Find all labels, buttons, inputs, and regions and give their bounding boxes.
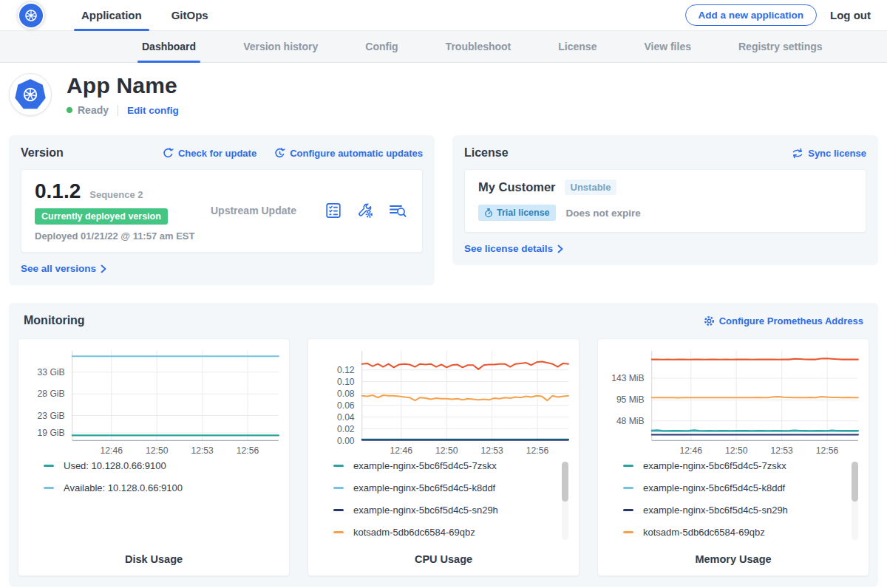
legend-label: Available: 10.128.0.66:9100 xyxy=(64,482,183,493)
topnav-tab-application[interactable]: Application xyxy=(78,0,145,30)
svg-text:12:56: 12:56 xyxy=(237,445,259,456)
version-number: 0.1.2 xyxy=(35,180,81,203)
tab-troubleshoot[interactable]: Troubleshoot xyxy=(441,31,516,62)
svg-text:12:46: 12:46 xyxy=(390,445,413,456)
add-new-application-button[interactable]: Add a new application xyxy=(685,4,818,26)
svg-text:12:46: 12:46 xyxy=(680,445,703,456)
cpu-usage-chart: 0.120.100.080.060.040.020.0012:4612:5012… xyxy=(314,345,573,457)
legend-color-dash xyxy=(623,509,633,511)
svg-text:0.08: 0.08 xyxy=(337,389,355,399)
legend-item: Available: 10.128.0.66:9100 xyxy=(44,482,262,493)
legend-scrollbar[interactable] xyxy=(562,462,568,540)
config-wrench-icon[interactable] xyxy=(356,202,374,219)
cpu-usage-chart-card: 0.120.100.080.060.040.020.0012:4612:5012… xyxy=(307,338,580,576)
license-expiry-text: Does not expire xyxy=(566,208,641,219)
svg-text:0.02: 0.02 xyxy=(337,424,355,434)
legend-color-dash xyxy=(333,531,344,533)
version-source-label: Upstream Update xyxy=(211,205,296,216)
currently-deployed-badge: Currently deployed version xyxy=(35,208,168,225)
legend-color-dash xyxy=(333,487,344,489)
svg-text:28 GiB: 28 GiB xyxy=(38,389,65,399)
svg-text:0.06: 0.06 xyxy=(337,400,355,411)
see-all-versions-link[interactable]: See all versions xyxy=(21,263,423,274)
divider xyxy=(118,105,118,116)
sync-license-link[interactable]: Sync license xyxy=(792,148,866,159)
legend-label: example-nginx-5bc6f5d4c5-sn29h xyxy=(643,505,788,516)
configure-automatic-updates-link[interactable]: Configure automatic updates xyxy=(274,148,423,159)
legend-label: example-nginx-5bc6f5d4c5-k8ddf xyxy=(353,482,495,493)
svg-text:0.12: 0.12 xyxy=(337,365,355,375)
channel-badge: Unstable xyxy=(565,180,617,195)
legend-color-dash xyxy=(623,531,633,533)
version-card: Version Check for update Configure au xyxy=(9,135,435,285)
version-card-title: Version xyxy=(21,146,64,160)
svg-text:12:50: 12:50 xyxy=(146,445,169,456)
svg-text:12:56: 12:56 xyxy=(816,445,839,456)
svg-text:12:50: 12:50 xyxy=(435,445,458,456)
chart-legend: example-nginx-5bc6f5d4c5-7zskxexample-ng… xyxy=(623,460,858,546)
legend-label: example-nginx-5bc6f5d4c5-k8ddf xyxy=(643,482,785,493)
legend-item: Used: 10.128.0.66:9100 xyxy=(44,460,262,471)
memory-usage-chart-card: 143 MiB95 MiB48 MiB12:4612:5012:5312:56 … xyxy=(597,338,869,576)
legend-label: Used: 10.128.0.66:9100 xyxy=(64,460,166,471)
svg-text:33 GiB: 33 GiB xyxy=(38,367,65,377)
legend-color-dash xyxy=(623,487,633,489)
license-card: License Sync license My Customer Unstabl… xyxy=(452,135,878,265)
kubernetes-heptagon-icon xyxy=(14,78,47,111)
disk-usage-chart-card: 33 GiB28 GiB23 GiB19 GiB12:4612:5012:531… xyxy=(18,338,290,576)
legend-label: kotsadm-5db6dc6584-69qbz xyxy=(643,527,765,538)
topnav-tabs: ApplicationGitOps xyxy=(67,0,223,30)
legend-label: example-nginx-5bc6f5d4c5-7zskx xyxy=(643,460,786,471)
chart-title: Memory Usage xyxy=(604,553,863,565)
current-version-row: 0.1.2 Sequence 2 Currently deployed vers… xyxy=(21,169,423,253)
chevron-right-icon xyxy=(101,264,106,273)
edit-config-link[interactable]: Edit config xyxy=(127,105,179,116)
monitoring-title: Monitoring xyxy=(24,314,85,327)
svg-text:12:50: 12:50 xyxy=(725,445,748,456)
legend-scrollbar[interactable] xyxy=(852,462,858,540)
license-summary-row: My Customer Unstable Trial license Does … xyxy=(464,169,866,233)
tab-license[interactable]: License xyxy=(554,31,601,62)
page-title: App Name xyxy=(67,73,179,98)
chart-title: CPU Usage xyxy=(314,553,573,565)
legend-item: example-nginx-5bc6f5d4c5-sn29h xyxy=(333,505,552,516)
legend-label: example-nginx-5bc6f5d4c5-sn29h xyxy=(353,505,498,516)
legend-item: example-nginx-5bc6f5d4c5-k8ddf xyxy=(623,482,842,493)
schedule-update-icon xyxy=(274,148,285,159)
legend-scrollbar-thumb[interactable] xyxy=(562,462,568,502)
tab-registry-settings[interactable]: Registry settings xyxy=(734,31,827,62)
topnav-tab-gitops[interactable]: GitOps xyxy=(169,0,211,30)
sync-icon xyxy=(792,148,803,159)
version-sequence: Sequence 2 xyxy=(89,189,143,200)
tab-version-history[interactable]: Version history xyxy=(239,31,322,62)
legend-item: kotsadm-5db6dc6584-69qbz xyxy=(333,527,552,538)
app-header: App Name Ready Edit config xyxy=(0,63,887,128)
svg-text:0.00: 0.00 xyxy=(337,436,355,446)
check-for-update-link[interactable]: Check for update xyxy=(163,148,256,159)
preflight-checklist-icon[interactable] xyxy=(324,202,342,219)
chart-legend: example-nginx-5bc6f5d4c5-7zskxexample-ng… xyxy=(333,460,568,546)
ready-status-dot xyxy=(67,107,72,113)
logout-button[interactable]: Log out xyxy=(830,9,871,21)
svg-text:12:53: 12:53 xyxy=(770,445,793,456)
customer-name: My Customer xyxy=(478,180,556,194)
gear-icon xyxy=(704,315,715,327)
legend-item: kotsadm-5db6dc6584-69qbz xyxy=(623,527,842,538)
svg-text:0.10: 0.10 xyxy=(337,377,355,387)
app-sub-nav: DashboardVersion historyConfigTroublesho… xyxy=(0,31,887,63)
deployed-timestamp: Deployed 01/21/22 @ 11:57 am EST xyxy=(35,230,211,242)
legend-color-dash xyxy=(333,509,344,511)
view-diff-search-icon[interactable] xyxy=(388,202,407,219)
legend-color-dash xyxy=(623,465,633,467)
svg-text:23 GiB: 23 GiB xyxy=(38,411,65,421)
configure-prometheus-link[interactable]: Configure Prometheus Address xyxy=(704,315,863,327)
legend-color-dash xyxy=(44,465,54,467)
legend-color-dash xyxy=(44,487,54,489)
legend-scrollbar-thumb[interactable] xyxy=(852,462,858,502)
tab-view-files[interactable]: View files xyxy=(639,31,696,62)
see-license-details-link[interactable]: See license details xyxy=(464,243,866,254)
legend-item: example-nginx-5bc6f5d4c5-7zskx xyxy=(623,460,842,471)
monitoring-section: Monitoring Configure Prometheus Address … xyxy=(9,303,878,587)
tab-dashboard[interactable]: Dashboard xyxy=(137,31,200,62)
tab-config[interactable]: Config xyxy=(361,31,402,62)
